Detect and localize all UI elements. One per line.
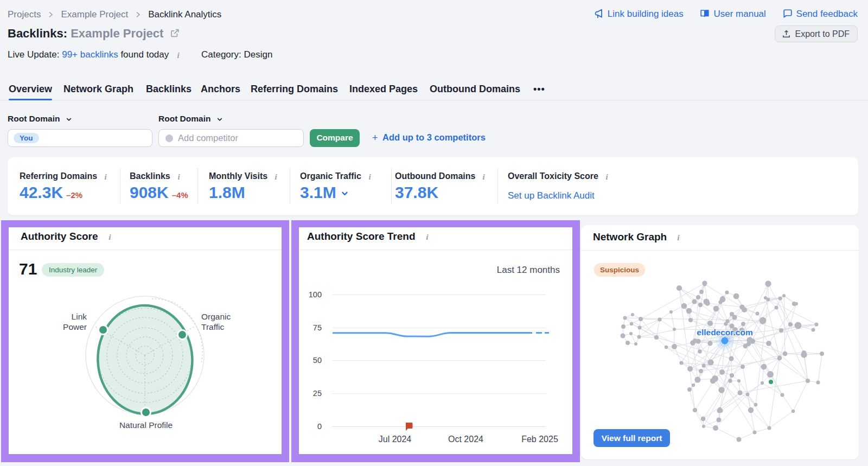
svg-text:i: i (177, 173, 180, 181)
svg-text:i: i (483, 173, 486, 181)
svg-text:i: i (275, 173, 278, 181)
svg-text:i: i (177, 51, 180, 60)
svg-text:i: i (105, 173, 107, 181)
svg-text:i: i (368, 173, 371, 181)
svg-text:i: i (605, 173, 608, 181)
